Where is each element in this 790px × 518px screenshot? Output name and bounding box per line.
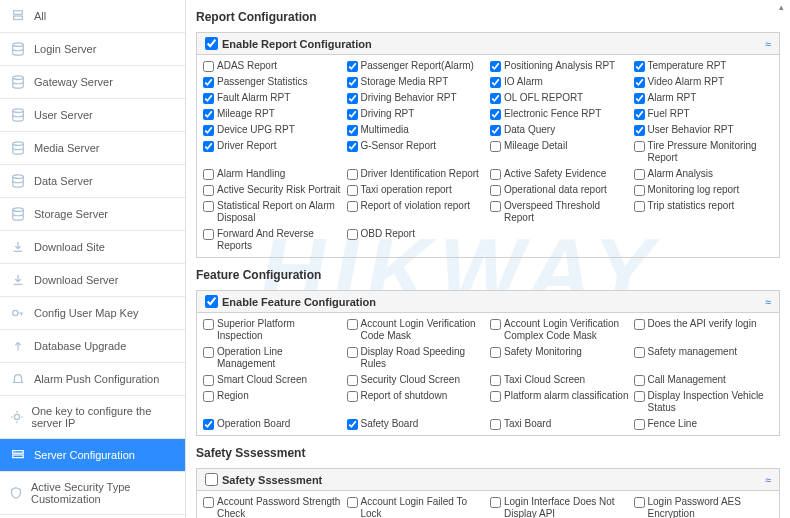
checkbox[interactable] [347, 77, 358, 88]
checkbox[interactable] [203, 419, 214, 430]
checkbox-item[interactable]: Multimedia [347, 123, 487, 137]
checkbox-item[interactable]: Overspeed Threshold Report [490, 199, 630, 225]
checkbox[interactable] [203, 347, 214, 358]
checkbox-item[interactable]: Report of violation report [347, 199, 487, 225]
checkbox[interactable] [490, 319, 501, 330]
checkbox[interactable] [490, 141, 501, 152]
checkbox-item[interactable]: G-Sensor Report [347, 139, 487, 165]
sidebar-item-alarm-push-configuration[interactable]: Alarm Push Configuration [0, 363, 185, 396]
sidebar-item-storage-server[interactable]: Storage Server [0, 198, 185, 231]
checkbox[interactable] [490, 419, 501, 430]
checkbox-item[interactable]: Alarm Handling [203, 167, 343, 181]
checkbox[interactable] [490, 185, 501, 196]
checkbox[interactable] [203, 125, 214, 136]
checkbox[interactable] [347, 419, 358, 430]
checkbox[interactable] [347, 201, 358, 212]
checkbox[interactable] [347, 61, 358, 72]
checkbox-item[interactable]: Login Interface Does Not Display API [490, 495, 630, 518]
checkbox-item[interactable]: Platform alarm classification [490, 389, 630, 415]
checkbox[interactable] [490, 497, 501, 508]
checkbox[interactable] [634, 185, 645, 196]
checkbox[interactable] [347, 497, 358, 508]
checkbox[interactable] [203, 201, 214, 212]
checkbox[interactable] [490, 169, 501, 180]
collapse-icon[interactable]: ≈ [765, 38, 771, 50]
checkbox-item[interactable]: Driving RPT [347, 107, 487, 121]
collapse-icon[interactable]: ≈ [765, 474, 771, 486]
checkbox[interactable] [490, 77, 501, 88]
checkbox-item[interactable]: Account Login Verification Code Mask [347, 317, 487, 343]
checkbox[interactable] [634, 109, 645, 120]
sidebar-item-user-server[interactable]: User Server [0, 99, 185, 132]
checkbox-item[interactable]: Report of shutdown [347, 389, 487, 415]
checkbox-item[interactable]: Safety management [634, 345, 774, 371]
sidebar-item-data-server[interactable]: Data Server [0, 165, 185, 198]
checkbox-item[interactable]: Account Login Failed To Lock [347, 495, 487, 518]
checkbox[interactable] [347, 109, 358, 120]
checkbox[interactable] [634, 201, 645, 212]
checkbox[interactable] [203, 93, 214, 104]
checkbox-item[interactable]: Account Login Verification Complex Code … [490, 317, 630, 343]
sidebar-item-active-security-type-customization[interactable]: Active Security Type Customization [0, 472, 185, 515]
checkbox-item[interactable]: Electronic Fence RPT [490, 107, 630, 121]
checkbox-item[interactable]: IO Alarm [490, 75, 630, 89]
checkbox[interactable] [347, 375, 358, 386]
sidebar-item-media-server[interactable]: Media Server [0, 132, 185, 165]
checkbox[interactable] [203, 109, 214, 120]
checkbox[interactable] [490, 61, 501, 72]
checkbox[interactable] [634, 61, 645, 72]
checkbox-item[interactable]: Display Road Speeding Rules [347, 345, 487, 371]
checkbox-item[interactable]: Display Inspection Vehicle Status [634, 389, 774, 415]
checkbox[interactable] [634, 419, 645, 430]
checkbox-item[interactable]: Active Security Risk Portrait [203, 183, 343, 197]
checkbox-item[interactable]: Mileage RPT [203, 107, 343, 121]
checkbox[interactable] [203, 141, 214, 152]
checkbox-item[interactable]: Superior Platform Inspection [203, 317, 343, 343]
checkbox-item[interactable]: OL OFL REPORT [490, 91, 630, 105]
checkbox-item[interactable]: Safety Board [347, 417, 487, 431]
checkbox-item[interactable]: Statistical Report on Alarm Disposal [203, 199, 343, 225]
checkbox[interactable] [203, 61, 214, 72]
checkbox-item[interactable]: Passenger Report(Alarm) [347, 59, 487, 73]
checkbox[interactable] [490, 375, 501, 386]
checkbox[interactable] [203, 169, 214, 180]
checkbox[interactable] [203, 391, 214, 402]
checkbox-item[interactable]: Alarm Analysis [634, 167, 774, 181]
checkbox-item[interactable]: Driver Report [203, 139, 343, 165]
checkbox-item[interactable]: Forward And Reverse Reports [203, 227, 343, 253]
checkbox-item[interactable]: Operation Line Management [203, 345, 343, 371]
checkbox[interactable] [347, 125, 358, 136]
report-panel-header[interactable]: Enable Report Configuration ≈ [197, 33, 779, 55]
checkbox-item[interactable]: Account Password Strength Check [203, 495, 343, 518]
checkbox[interactable] [490, 109, 501, 120]
checkbox-item[interactable]: ADAS Report [203, 59, 343, 73]
sidebar-item-download-site[interactable]: Download Site [0, 231, 185, 264]
checkbox-item[interactable]: Region [203, 389, 343, 415]
checkbox[interactable] [490, 93, 501, 104]
checkbox-item[interactable]: Storage Media RPT [347, 75, 487, 89]
checkbox-item[interactable]: Safety Monitoring [490, 345, 630, 371]
checkbox[interactable] [490, 347, 501, 358]
checkbox-item[interactable]: Driver Identification Report [347, 167, 487, 181]
safety-panel-header[interactable]: Safety Sssessment ≈ [197, 469, 779, 491]
checkbox[interactable] [203, 319, 214, 330]
checkbox-item[interactable]: Smart Cloud Screen [203, 373, 343, 387]
checkbox[interactable] [634, 141, 645, 152]
checkbox-item[interactable]: OBD Report [347, 227, 487, 253]
collapse-icon[interactable]: ≈ [765, 296, 771, 308]
checkbox-item[interactable]: Active Safety Evidence [490, 167, 630, 181]
checkbox-item[interactable]: Device UPG RPT [203, 123, 343, 137]
checkbox-item[interactable]: Fence Line [634, 417, 774, 431]
sidebar-item-database-upgrade[interactable]: Database Upgrade [0, 330, 185, 363]
checkbox-item[interactable]: Call Management [634, 373, 774, 387]
checkbox-item[interactable]: Monitoring log report [634, 183, 774, 197]
checkbox[interactable] [634, 93, 645, 104]
checkbox[interactable] [634, 77, 645, 88]
enable-feature-checkbox[interactable] [205, 295, 218, 308]
checkbox[interactable] [634, 169, 645, 180]
checkbox-item[interactable]: Taxi operation report [347, 183, 487, 197]
sidebar-item-all[interactable]: All [0, 0, 185, 33]
enable-report-checkbox[interactable] [205, 37, 218, 50]
checkbox-item[interactable]: Temperature RPT [634, 59, 774, 73]
checkbox-item[interactable]: Data Query [490, 123, 630, 137]
